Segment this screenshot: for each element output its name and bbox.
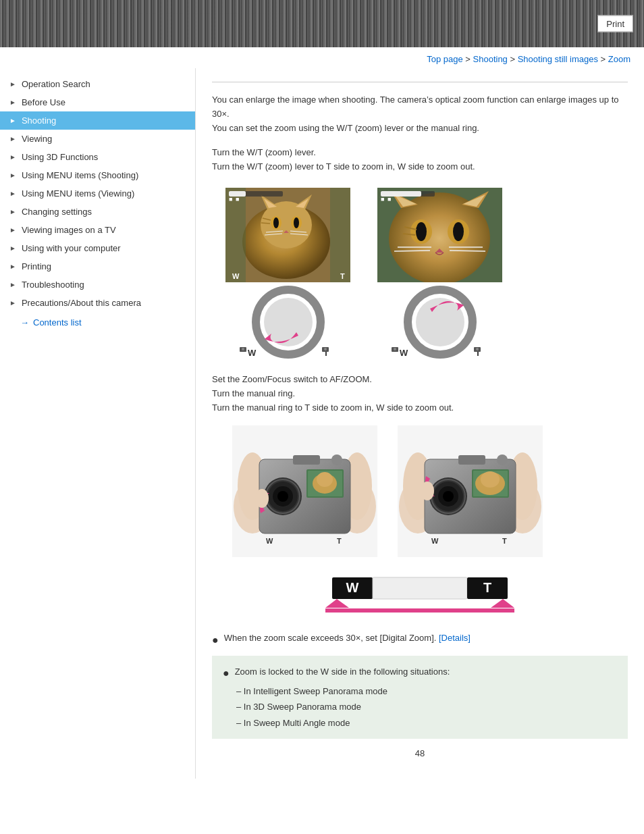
note-item-text: – In 3D Sweep Panorama mode xyxy=(236,699,361,714)
bullet-icon: ● xyxy=(212,631,219,649)
arrow-icon: ► xyxy=(9,190,16,197)
details-link[interactable]: [Details] xyxy=(439,631,471,646)
breadcrumb-still-images[interactable]: Shooting still images xyxy=(518,54,598,64)
svg-point-33 xyxy=(324,348,327,350)
svg-text:■: ■ xyxy=(381,196,384,203)
note-box-bullet: ● xyxy=(223,664,230,683)
note1-text: When the zoom scale exceeds 30×, set [Di… xyxy=(224,631,437,646)
camera-wide-image: W T xyxy=(232,425,377,557)
sidebar-item-viewing-tv[interactable]: ► Viewing images on a TV xyxy=(0,221,195,239)
svg-text:■: ■ xyxy=(236,196,239,203)
svg-text:T: T xyxy=(340,272,345,280)
sidebar-item-3d-functions[interactable]: ► Using 3D Functions xyxy=(0,148,195,166)
svg-rect-115 xyxy=(349,608,491,613)
svg-text:T: T xyxy=(337,537,342,545)
arrow-icon: ► xyxy=(9,117,16,124)
sidebar-item-menu-viewing[interactable]: ► Using MENU items (Viewing) xyxy=(0,184,195,203)
svg-text:T: T xyxy=(483,580,491,595)
page-number: 48 xyxy=(212,739,628,765)
sidebar-item-troubleshooting[interactable]: ► Troubleshooting xyxy=(0,276,195,294)
svg-marker-113 xyxy=(491,599,514,608)
sidebar-label: Using MENU items (Viewing) xyxy=(22,188,134,199)
sidebar-label: Operation Search xyxy=(22,79,90,89)
sidebar-item-printing[interactable]: ► Printing xyxy=(0,257,195,276)
svg-line-47 xyxy=(394,251,430,251)
svg-text:W: W xyxy=(248,348,257,358)
note-box-item-1: – In Intelligent Sweep Panorama mode xyxy=(236,683,617,699)
note-box-item-3: – In Sweep Multi Angle mode xyxy=(236,715,617,731)
manual-p3: Turn the manual ring to T side to zoom i… xyxy=(212,401,628,415)
svg-point-103 xyxy=(421,481,434,500)
svg-text:■: ■ xyxy=(387,196,391,203)
sidebar-item-before-use[interactable]: ► Before Use xyxy=(0,93,195,111)
manual-ring-section: Set the Zoom/Focus switch to AF/ZOOM. Tu… xyxy=(212,373,628,415)
svg-text:■: ■ xyxy=(229,196,232,203)
zoom-dial-wide: W T xyxy=(234,285,342,359)
sidebar-label: Viewing xyxy=(22,134,52,144)
sidebar-item-operation-search[interactable]: ► Operation Search xyxy=(0,75,195,93)
breadcrumb-top[interactable]: Top page xyxy=(427,54,463,64)
svg-point-57 xyxy=(416,298,464,346)
arrow-icon: ► xyxy=(9,172,16,179)
breadcrumb-shooting[interactable]: Shooting xyxy=(473,54,508,64)
note-box-main-row: ● Zoom is locked to the W side in the fo… xyxy=(223,664,617,683)
note-item-text: – In Intelligent Sweep Panorama mode xyxy=(236,683,387,699)
svg-point-100 xyxy=(481,471,500,488)
sidebar-item-viewing[interactable]: ► Viewing xyxy=(0,130,195,148)
svg-point-31 xyxy=(242,348,244,350)
svg-point-8 xyxy=(273,217,279,228)
sidebar-item-changing-settings[interactable]: ► Changing settings xyxy=(0,203,195,221)
svg-point-102 xyxy=(497,454,508,465)
sidebar-item-shooting[interactable]: ► Shooting xyxy=(0,111,195,130)
intro-p1: You can enlarge the image when shooting.… xyxy=(212,93,628,122)
svg-rect-108 xyxy=(373,577,467,599)
arrow-icon: ► xyxy=(9,80,16,88)
intro-text: You can enlarge the image when shooting.… xyxy=(212,93,628,135)
svg-text:W: W xyxy=(431,537,439,545)
zoom-images-row: W T ■ ■ W T xyxy=(225,188,628,359)
sidebar-label: Changing settings xyxy=(22,207,92,217)
svg-point-82 xyxy=(255,489,269,508)
svg-line-13 xyxy=(261,223,270,224)
svg-point-79 xyxy=(317,472,333,487)
sidebar-label: Printing xyxy=(22,261,51,271)
note-box-main-text: Zoom is locked to the W side in the foll… xyxy=(235,664,450,679)
wt-bar: W T xyxy=(312,571,528,618)
svg-point-61 xyxy=(394,348,396,350)
svg-point-44 xyxy=(453,222,464,241)
arrow-icon: ► xyxy=(9,208,16,215)
wt-section: Turn the W/T (zoom) lever. Turn the W/T … xyxy=(212,146,628,174)
print-button[interactable]: Print xyxy=(597,16,633,32)
breadcrumb-zoom[interactable]: Zoom xyxy=(608,54,630,64)
sidebar-label: Shooting xyxy=(22,115,56,126)
sidebar-label: Using with your computer xyxy=(22,243,121,253)
arrow-icon: ► xyxy=(9,299,16,307)
sidebar-label: Precautions/About this camera xyxy=(22,298,141,308)
breadcrumb: Top page > Shooting > Shooting still ima… xyxy=(0,47,644,68)
note-box-list: – In Intelligent Sweep Panorama mode – I… xyxy=(236,683,617,731)
svg-text:T: T xyxy=(502,537,507,545)
sidebar-label: Using MENU items (Shooting) xyxy=(22,170,138,180)
separator xyxy=(212,82,628,82)
contents-list-label[interactable]: Contents list xyxy=(33,317,82,328)
wt-bar-container: W T xyxy=(312,571,528,618)
camera-row: W T xyxy=(232,425,628,557)
arrow-icon: ► xyxy=(9,244,16,252)
wt-p2: Turn the W/T (zoom) lever to T side to z… xyxy=(212,160,628,174)
svg-rect-19 xyxy=(330,188,350,282)
contents-list-link[interactable]: → Contents list xyxy=(0,312,195,332)
sidebar-item-menu-shooting[interactable]: ► Using MENU items (Shooting) xyxy=(0,166,195,184)
arrow-icon: ► xyxy=(9,153,16,161)
cat-zoomed-image: ■ ■ xyxy=(377,188,502,282)
svg-point-10 xyxy=(294,217,299,228)
svg-point-74 xyxy=(277,491,288,502)
manual-p1: Set the Zoom/Focus switch to AF/ZOOM. xyxy=(212,373,628,387)
manual-p2: Turn the manual ring. xyxy=(212,387,628,401)
svg-text:W: W xyxy=(266,537,273,545)
sidebar-item-precautions[interactable]: ► Precautions/About this camera xyxy=(0,294,195,312)
note-digital-zoom: ● When the zoom scale exceeds 30×, set [… xyxy=(212,631,628,649)
svg-rect-114 xyxy=(491,608,514,613)
sidebar-item-computer[interactable]: ► Using with your computer xyxy=(0,239,195,257)
note-item-text: – In Sweep Multi Angle mode xyxy=(236,715,350,731)
arrow-icon: ► xyxy=(9,135,16,142)
